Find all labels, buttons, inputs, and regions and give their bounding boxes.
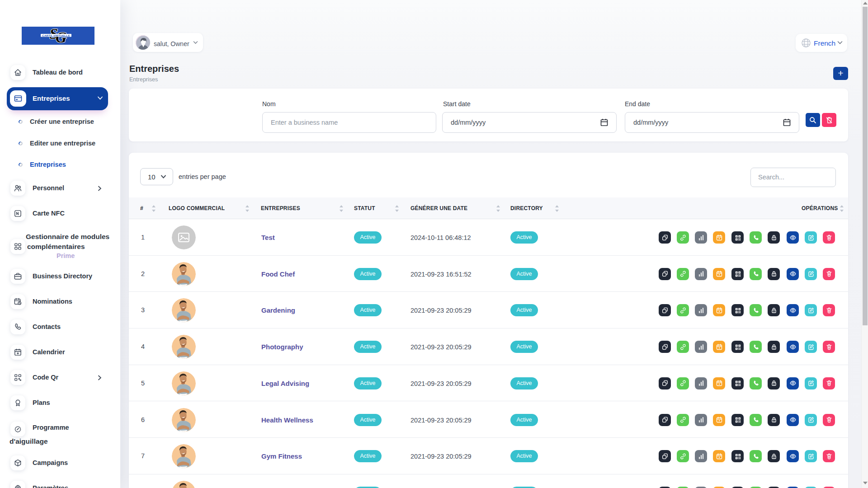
svg-text:CARTE VIRTUELLE: CARTE VIRTUELLE [42,34,70,37]
